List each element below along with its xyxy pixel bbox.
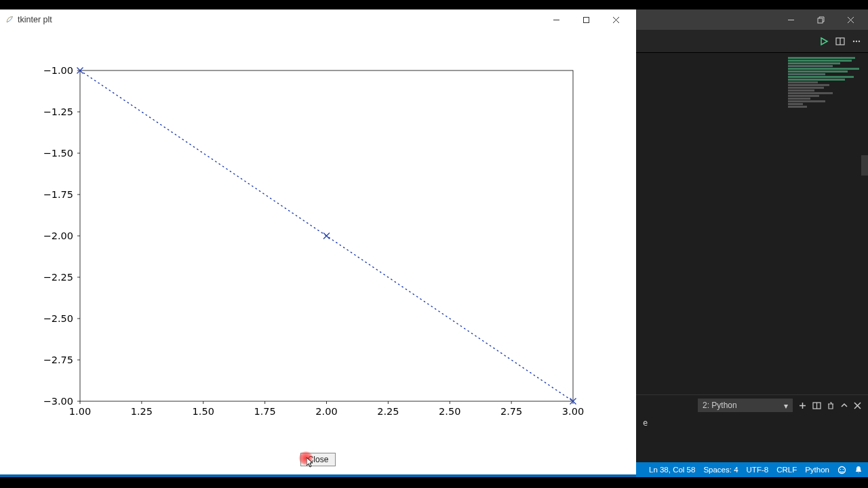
svg-text:−1.50: −1.50 xyxy=(43,148,73,159)
svg-point-55 xyxy=(859,40,860,41)
vscode-terminal-panel: 2: Python e xyxy=(636,394,868,462)
terminal-selector[interactable]: 2: Python xyxy=(698,399,793,412)
svg-text:−2.00: −2.00 xyxy=(43,230,73,241)
vscode-editor-toolbar xyxy=(636,30,868,53)
letterbox-bottom xyxy=(0,477,868,488)
vscode-minimap[interactable] xyxy=(788,57,863,131)
maximize-button[interactable] xyxy=(571,9,601,30)
svg-text:1.50: 1.50 xyxy=(193,406,214,417)
status-feedback-icon[interactable] xyxy=(837,466,846,474)
status-spaces[interactable]: Spaces: 4 xyxy=(703,466,738,474)
letterbox-top xyxy=(0,0,868,9)
vscode-terminal-body[interactable]: e xyxy=(636,415,868,462)
status-encoding[interactable]: UTF-8 xyxy=(747,466,769,474)
new-terminal-icon[interactable] xyxy=(798,401,807,410)
svg-text:1.00: 1.00 xyxy=(69,406,91,417)
svg-text:2.25: 2.25 xyxy=(377,406,399,417)
svg-text:2.00: 2.00 xyxy=(315,406,337,417)
vscode-window: 2: Python e Ln 38, Col 58 Spaces: 4 UT xyxy=(636,9,868,477)
terminal-output-fragment: e xyxy=(643,418,648,428)
svg-text:3.00: 3.00 xyxy=(562,406,584,417)
vscode-minimize-button[interactable] xyxy=(776,9,806,30)
vscode-scrollbar[interactable] xyxy=(861,53,868,394)
svg-text:−2.50: −2.50 xyxy=(43,313,73,324)
close-button[interactable]: Close xyxy=(300,453,336,466)
run-icon[interactable] xyxy=(819,37,829,46)
split-editor-icon[interactable] xyxy=(835,37,845,46)
status-language[interactable]: Python xyxy=(805,466,829,474)
status-bell-icon[interactable] xyxy=(854,466,863,474)
svg-rect-1 xyxy=(583,17,589,22)
svg-text:−2.75: −2.75 xyxy=(43,354,73,365)
tkinter-titlebar[interactable]: tkinter plt xyxy=(0,9,636,30)
status-ln-col[interactable]: Ln 38, Col 58 xyxy=(649,466,695,474)
close-button-label: Close xyxy=(308,455,329,464)
more-icon[interactable] xyxy=(852,37,861,46)
svg-text:1.75: 1.75 xyxy=(254,406,275,417)
svg-text:−2.25: −2.25 xyxy=(43,272,73,283)
kill-terminal-icon[interactable] xyxy=(827,401,835,410)
vscode-close-button[interactable] xyxy=(835,9,865,30)
svg-text:−3.00: −3.00 xyxy=(43,396,73,407)
matplotlib-canvas: 1.001.251.501.752.002.252.502.753.00−1.0… xyxy=(0,30,636,453)
svg-rect-48 xyxy=(818,18,823,23)
maximize-panel-icon[interactable] xyxy=(840,401,848,409)
vscode-scrollbar-thumb[interactable] xyxy=(861,155,868,176)
terminal-selector-label: 2: Python xyxy=(703,401,737,410)
svg-text:−1.00: −1.00 xyxy=(43,65,73,76)
vscode-maximize-button[interactable] xyxy=(806,9,835,30)
svg-text:2.50: 2.50 xyxy=(439,406,460,417)
vscode-titlebar[interactable] xyxy=(636,9,868,30)
tkinter-window: tkinter plt 1.001.251.501.752.002.252.50… xyxy=(0,9,636,477)
svg-point-54 xyxy=(856,40,857,41)
split-terminal-icon[interactable] xyxy=(812,401,821,410)
tkinter-title-text: tkinter plt xyxy=(18,15,52,24)
window-close-button[interactable] xyxy=(601,9,631,30)
tk-feather-icon xyxy=(5,16,14,24)
tkinter-bottom-bar: Close xyxy=(0,453,636,477)
svg-text:−1.25: −1.25 xyxy=(43,106,73,117)
chart-svg: 1.001.251.501.752.002.252.502.753.00−1.0… xyxy=(0,30,636,450)
svg-point-63 xyxy=(840,468,842,470)
status-eol[interactable]: CRLF xyxy=(776,466,797,474)
svg-text:1.25: 1.25 xyxy=(131,406,153,417)
svg-point-53 xyxy=(853,40,854,41)
svg-point-64 xyxy=(843,468,844,470)
vscode-status-bar: Ln 38, Col 58 Spaces: 4 UTF-8 CRLF Pytho… xyxy=(636,462,868,477)
windows-taskbar-sliver xyxy=(0,474,636,477)
close-panel-icon[interactable] xyxy=(854,402,861,409)
vscode-editor-area[interactable] xyxy=(636,53,868,394)
svg-text:−1.75: −1.75 xyxy=(43,189,73,200)
svg-text:2.75: 2.75 xyxy=(500,406,522,417)
minimize-button[interactable] xyxy=(541,9,571,30)
vscode-terminal-header: 2: Python xyxy=(636,395,868,415)
